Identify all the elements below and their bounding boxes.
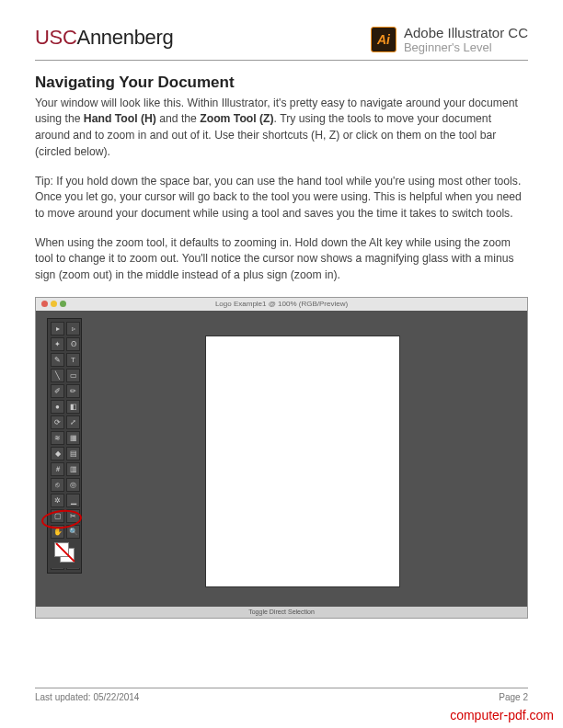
hand-tool-label: Hand Tool (H) <box>84 112 156 125</box>
app-subtitle: Beginner's Level <box>404 41 528 54</box>
blob-brush-tool-icon: ● <box>51 400 64 414</box>
page-footer: Last updated: 05/22/2014 Page 2 <box>35 688 528 702</box>
paragraph-3: When using the zoom tool, it defaults to… <box>35 235 528 284</box>
scale-tool-icon: ⤢ <box>66 415 80 429</box>
page-number: Page 2 <box>499 692 528 702</box>
rotate-tool-icon: ⟳ <box>51 415 64 429</box>
last-updated: Last updated: 05/22/2014 <box>35 692 139 702</box>
para1-b: and the <box>156 112 200 125</box>
maximize-icon <box>60 301 66 307</box>
paintbrush-tool-icon: ✐ <box>51 384 64 398</box>
app-branding: Ai Adobe Illustrator CC Beginner's Level <box>371 26 528 54</box>
paragraph-1: Your window will look like this. Within … <box>35 96 528 161</box>
selection-tool-icon: ▸ <box>51 322 64 336</box>
illustrator-screenshot: Logo Example1 @ 100% (RGB/Preview) ▸ ▹ ✦… <box>35 297 528 619</box>
paragraph-2: Tip: If you hold down the space bar, you… <box>35 174 528 222</box>
zoom-tool-icon: 🔍 <box>66 525 80 539</box>
close-icon <box>41 301 48 307</box>
status-bar: Toggle Direct Selection <box>36 607 527 618</box>
illustrator-icon: Ai <box>371 27 396 52</box>
free-transform-tool-icon: ▦ <box>66 431 80 445</box>
hand-tool-icon: ✋ <box>51 525 64 539</box>
perspective-tool-icon: ▤ <box>66 447 80 461</box>
symbol-sprayer-tool-icon: ✲ <box>51 494 64 507</box>
graph-tool-icon: ▁ <box>66 494 80 507</box>
page-header: USCAnnenberg Ai Adobe Illustrator CC Beg… <box>35 26 528 61</box>
pen-tool-icon: ✎ <box>51 353 64 367</box>
window-title: Logo Example1 @ 100% (RGB/Preview) <box>215 300 348 308</box>
slice-tool-icon: ✂ <box>66 509 80 523</box>
brand-usc: USC <box>35 26 77 49</box>
mesh-tool-icon: ＃ <box>51 462 64 476</box>
gradient-tool-icon: ▥ <box>66 462 80 476</box>
brand-annenberg: Annenberg <box>77 26 174 49</box>
fill-stroke-swatch <box>51 540 80 568</box>
width-tool-icon: ≋ <box>51 431 64 445</box>
section-heading: Navigating Your Document <box>35 74 528 92</box>
zoom-tool-label: Zoom Tool (Z) <box>200 112 273 125</box>
tool-panel: ▸ ▹ ✦ ʘ ✎ T ╲ ▭ ✐ ✏ ● ◧ ⟳ ⤢ ≋ ▦ ◆ ▤ ＃ ▥ … <box>47 318 82 574</box>
eraser-tool-icon: ◧ <box>66 400 80 414</box>
artboard-tool-icon: ▢ <box>51 509 64 523</box>
blend-tool-icon: ◎ <box>66 478 80 492</box>
minimize-icon <box>51 301 57 307</box>
app-title: Adobe Illustrator CC <box>404 26 528 41</box>
line-tool-icon: ╲ <box>51 369 64 382</box>
watermark: computer-pdf.com <box>450 708 554 722</box>
lasso-tool-icon: ʘ <box>66 337 80 351</box>
type-tool-icon: T <box>66 353 80 367</box>
direct-selection-tool-icon: ▹ <box>66 322 80 336</box>
artboard <box>206 336 399 586</box>
pencil-tool-icon: ✏ <box>66 384 80 398</box>
magic-wand-tool-icon: ✦ <box>51 337 64 351</box>
eyedropper-tool-icon: ⎋ <box>51 478 64 492</box>
brand-logo: USCAnnenberg <box>35 26 174 50</box>
shape-builder-tool-icon: ◆ <box>51 447 64 461</box>
window-titlebar: Logo Example1 @ 100% (RGB/Preview) <box>36 298 527 311</box>
rectangle-tool-icon: ▭ <box>66 369 80 382</box>
